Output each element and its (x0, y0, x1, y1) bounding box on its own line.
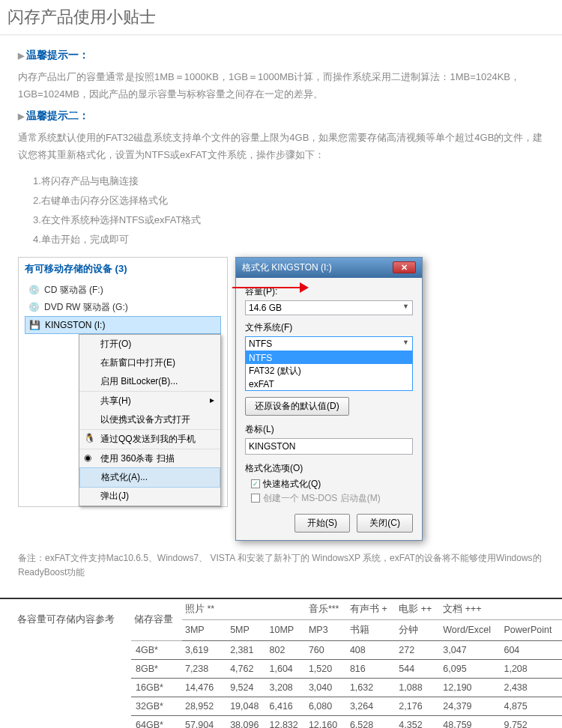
page-title: 闪存产品使用小贴士 (0, 0, 562, 35)
dropdown-option[interactable]: NTFS (246, 352, 412, 364)
drive-icon: 💾 (28, 319, 40, 331)
msdos-checkbox[interactable]: 创建一个 MS-DOS 启动盘(M) (251, 492, 413, 505)
options-label: 格式化选项(O) (245, 462, 413, 475)
table-label: 各容量可存储内容参考 (0, 599, 131, 728)
close-button[interactable]: 关闭(C) (357, 514, 413, 533)
table-row: 8GB*7,2384,7621,6041,5208165446,0951,208 (131, 659, 562, 678)
step-item: 4.单击开始，完成即可 (33, 230, 544, 249)
arrow-icon (232, 287, 307, 288)
tip1-header: 温馨提示一： (18, 49, 544, 62)
drive-icon: 💿 (28, 284, 40, 296)
menu-icon: ◉ (84, 452, 94, 463)
tip2-header: 温馨提示二： (18, 109, 544, 123)
step-item: 1.将闪存产品与电脑连接 (33, 172, 544, 191)
context-menu: 打开(O)在新窗口中打开(E)启用 BitLocker(B)...共享(H)▸以… (79, 334, 221, 506)
format-dialog: 格式化 KINGSTON (I:) ✕ 容量(P): 14.6 GB 文件系统(… (235, 257, 423, 541)
filesystem-select[interactable]: NTFS (245, 336, 413, 351)
menu-item[interactable]: 启用 BitLocker(B)... (79, 372, 220, 391)
volume-label: 卷标(L) (245, 423, 413, 436)
menu-item[interactable]: 弹出(J) (79, 487, 220, 506)
submenu-arrow-icon: ▸ (210, 395, 214, 405)
menu-item[interactable]: 以便携式设备方式打开 (79, 410, 220, 429)
tip2-body: 通常系统默认使用的FAT32磁盘系统支持单个文件的容量上限为4GB，如果您需要存… (18, 129, 544, 164)
dialog-title: 格式化 KINGSTON (I:) (242, 261, 332, 274)
quick-format-checkbox[interactable]: ✓ 快速格式化(Q) (251, 478, 413, 491)
menu-item[interactable]: 共享(H)▸ (79, 391, 220, 410)
capacity-select[interactable]: 14.6 GB (245, 300, 413, 315)
dropdown-option[interactable]: FAT32 (默认) (246, 364, 412, 378)
menu-item[interactable]: 打开(O) (79, 335, 220, 354)
menu-item[interactable]: 格式化(A)... (79, 467, 220, 488)
table-row: 4GB*3,6192,3818027604082723,047604 (131, 640, 562, 659)
device-item[interactable]: 💿CD 驱动器 (F:) (25, 282, 221, 299)
menu-item[interactable]: ◉使用 360杀毒 扫描 (79, 449, 220, 468)
menu-item[interactable]: 在新窗口中打开(E) (79, 354, 220, 372)
menu-icon: 🐧 (84, 433, 94, 443)
step-item: 3.在文件系统种选择NTFS或exFAT格式 (33, 210, 544, 230)
menu-item[interactable]: 🐧通过QQ发送到我的手机 (79, 429, 220, 449)
table-row: 32GB*28,95219,0486,4166,0803,2642,17624,… (131, 697, 562, 715)
capacity-table: 储存容量照片 **音乐***有声书 +电影 ++文档 +++3MP5MP10MP… (131, 599, 562, 728)
filesystem-dropdown[interactable]: NTFSFAT32 (默认)exFAT (245, 351, 413, 391)
remark-text: 备注：exFAT文件支持Mac10.6.5、Windows7、 VISTA 和安… (18, 551, 544, 580)
devices-header: 有可移动存储的设备 (3) (19, 258, 227, 280)
checkbox-icon (251, 494, 260, 503)
table-row: 16GB*14,4769,5243,2083,0401,6321,08812,1… (131, 678, 562, 697)
dropdown-option[interactable]: exFAT (246, 378, 412, 390)
device-item[interactable]: 💾KINGSTON (I:) (25, 316, 221, 334)
explorer-panel: 有可移动存储的设备 (3) 💿CD 驱动器 (F:)💿DVD RW 驱动器 (G… (18, 257, 228, 507)
checkbox-icon: ✓ (251, 479, 260, 488)
close-icon[interactable]: ✕ (393, 261, 416, 273)
start-button[interactable]: 开始(S) (294, 514, 350, 533)
filesystem-label: 文件系统(F) (245, 321, 413, 334)
table-row: 64GB*57,90438,09612,83212,1606,5284,3524… (131, 715, 562, 728)
volume-input[interactable]: KINGSTON (245, 438, 413, 455)
step-item: 2.右键单击闪存分区选择格式化 (33, 191, 544, 210)
tip1-body: 内存产品出厂的容量通常是按照1MB＝1000KB，1GB＝1000MB计算，而操… (18, 68, 544, 103)
drive-icon: 💿 (28, 301, 40, 313)
device-item[interactable]: 💿DVD RW 驱动器 (G:) (25, 299, 221, 316)
restore-defaults-button[interactable]: 还原设备的默认值(D) (245, 397, 349, 416)
